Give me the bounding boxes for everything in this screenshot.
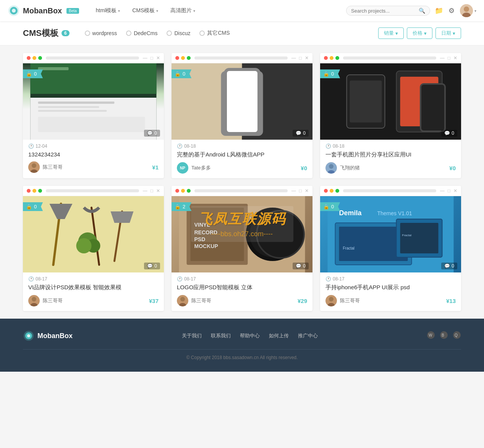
titlebar-icons: — □ ✕ xyxy=(143,188,160,193)
card-image: 🔒 0 💬 0 xyxy=(23,196,164,272)
card-badge: 🔒 0 xyxy=(23,69,43,78)
svg-point-68 xyxy=(329,297,333,301)
author-name: 陈三哥哥 xyxy=(340,297,360,304)
card-image: 🔒 0 💬 0 xyxy=(320,63,461,140)
filter-dedecms[interactable]: DedeCms xyxy=(126,30,157,36)
card-title: VI品牌设计PSD效果模板 智能效果模 xyxy=(28,284,159,291)
dot-yellow xyxy=(330,189,333,193)
filter-dot xyxy=(85,31,90,36)
settings-icon[interactable]: ⚙ xyxy=(448,6,455,15)
product-card-4[interactable]: — □ ✕ xyxy=(23,186,164,311)
author-avatar xyxy=(28,295,40,306)
qq-icon[interactable]: Q xyxy=(453,331,461,341)
filter-wordpress[interactable]: wordpress xyxy=(85,30,117,36)
minimize-icon: — xyxy=(291,188,296,193)
minimize-icon: — xyxy=(143,188,147,193)
card-footer: 陈三哥哥 ¥37 xyxy=(28,295,159,306)
card-body: 🕐 08-18 一套手机图片照片分享社区应用UI 飞翔的猪 xyxy=(320,140,461,178)
footer-logo-area[interactable]: MobanBox xyxy=(23,330,73,342)
sort-chevron-icon: ▾ xyxy=(453,31,455,36)
minimize-icon: — xyxy=(291,55,296,61)
svg-point-41 xyxy=(32,297,36,301)
card-price: ¥29 xyxy=(298,298,307,304)
card-author: 陈三哥哥 xyxy=(28,295,63,306)
close-icon: ✕ xyxy=(305,55,309,61)
comment-count: 0 xyxy=(452,131,454,136)
card-thumbnail xyxy=(23,196,164,272)
footer-link-help[interactable]: 帮助中心 xyxy=(240,332,260,339)
svg-text:Demila: Demila xyxy=(339,209,362,217)
footer-logo-text: MobanBox xyxy=(37,332,73,340)
weibo-icon[interactable]: B xyxy=(440,331,448,341)
author-avatar xyxy=(28,161,40,173)
titlebar-bar xyxy=(46,189,139,192)
card-badge: 🔒 0 xyxy=(320,69,340,78)
maximize-icon: □ xyxy=(151,188,153,193)
product-card-5[interactable]: — □ ✕ VINYL RECORD PSD MOCKUP xyxy=(172,186,312,311)
badge-count: 0 xyxy=(331,71,334,77)
sort-chevron-icon: ▾ xyxy=(424,31,427,36)
footer-link-promote[interactable]: 推广中心 xyxy=(298,332,318,339)
dot-green xyxy=(38,56,42,60)
wechat-icon[interactable]: W xyxy=(427,331,435,341)
card-comments: 💬 0 xyxy=(441,130,457,137)
badge-count: 0 xyxy=(183,71,185,77)
card-author: 飞翔的猪 xyxy=(325,162,360,174)
lock-icon: 🔒 xyxy=(175,204,181,209)
lock-icon: 🔒 xyxy=(323,71,329,77)
svg-rect-25 xyxy=(400,77,439,126)
folder-icon[interactable]: 📁 xyxy=(435,6,443,15)
logo-area[interactable]: MobanBox Beta xyxy=(8,5,79,17)
card-price: ¥0 xyxy=(449,165,456,171)
nav-html-template[interactable]: html模板 ▾ xyxy=(91,5,125,16)
sort-price-button[interactable]: 价格 ▾ xyxy=(407,27,432,39)
search-input[interactable] xyxy=(351,8,419,14)
dot-green xyxy=(38,189,42,193)
card-body: 🕐 08-17 LOGO应用PSD智能模板 立体 陈三哥哥 xyxy=(172,272,312,311)
author-avatar xyxy=(177,295,188,306)
svg-rect-13 xyxy=(38,117,145,132)
copyright-text: © Copyright 2018 bbs.sasadown.cn All rig… xyxy=(186,355,298,360)
filter-discuz[interactable]: Discuz xyxy=(167,30,190,36)
nav-cms-template[interactable]: CMS模板 ▾ xyxy=(127,5,163,16)
product-card-2[interactable]: — □ ✕ iPhone 5s 🔒 xyxy=(172,53,312,178)
product-card-3[interactable]: — □ ✕ 🔒 0 xyxy=(320,53,461,178)
filter-tabs: wordpress DedeCms Discuz 其它CMS xyxy=(85,30,378,37)
svg-rect-27 xyxy=(350,81,382,122)
user-avatar-area[interactable]: ▾ xyxy=(460,4,476,17)
card-thumbnail xyxy=(320,63,461,140)
svg-point-52 xyxy=(265,227,280,242)
nav-hd-images[interactable]: 高清图片 ▾ xyxy=(165,5,201,16)
card-titlebar: — □ ✕ xyxy=(172,53,312,63)
badge-count: 0 xyxy=(34,204,37,209)
search-icon[interactable]: 🔍 xyxy=(419,8,425,14)
footer-bottom: © Copyright 2018 bbs.sasadown.cn All rig… xyxy=(23,350,461,360)
card-title: LOGO应用PSD智能模板 立体 xyxy=(177,284,307,291)
dot-green xyxy=(335,189,339,193)
card-badge: 🔒 0 xyxy=(23,202,43,211)
traffic-lights xyxy=(27,56,42,60)
close-icon: ✕ xyxy=(305,188,309,193)
clock-icon: 🕐 xyxy=(325,276,331,282)
card-body: 🕐 08-18 完整的基于Android L风格微信APP NP Tate多多 … xyxy=(172,140,312,178)
sort-date-button[interactable]: 日期 ▾ xyxy=(435,27,461,39)
card-price: ¥1 xyxy=(152,164,159,171)
card-comments: 💬 0 xyxy=(293,263,309,269)
footer-link-contact[interactable]: 联系我们 xyxy=(211,332,231,339)
svg-text:RECORD: RECORD xyxy=(194,229,218,235)
card-author: 陈三哥哥 xyxy=(177,295,211,306)
svg-text:Q: Q xyxy=(455,333,458,337)
footer-link-about[interactable]: 关于我们 xyxy=(182,332,202,339)
lock-icon: 🔒 xyxy=(175,71,181,77)
card-thumbnail: iPhone 5s xyxy=(172,63,312,140)
date-text: 08-18 xyxy=(333,143,345,149)
dot-green xyxy=(187,189,191,193)
product-card-1[interactable]: — □ ✕ xyxy=(23,53,164,178)
footer-link-upload[interactable]: 如何上传 xyxy=(269,332,289,339)
filter-other-cms[interactable]: 其它CMS xyxy=(199,30,230,37)
product-card-6[interactable]: — □ ✕ Demila Themes V1.01 xyxy=(320,186,461,311)
dot-red xyxy=(324,189,328,193)
sort-sales-button[interactable]: 销量 ▾ xyxy=(378,27,404,39)
svg-point-4 xyxy=(464,6,469,12)
comment-icon: 💬 xyxy=(296,263,301,269)
